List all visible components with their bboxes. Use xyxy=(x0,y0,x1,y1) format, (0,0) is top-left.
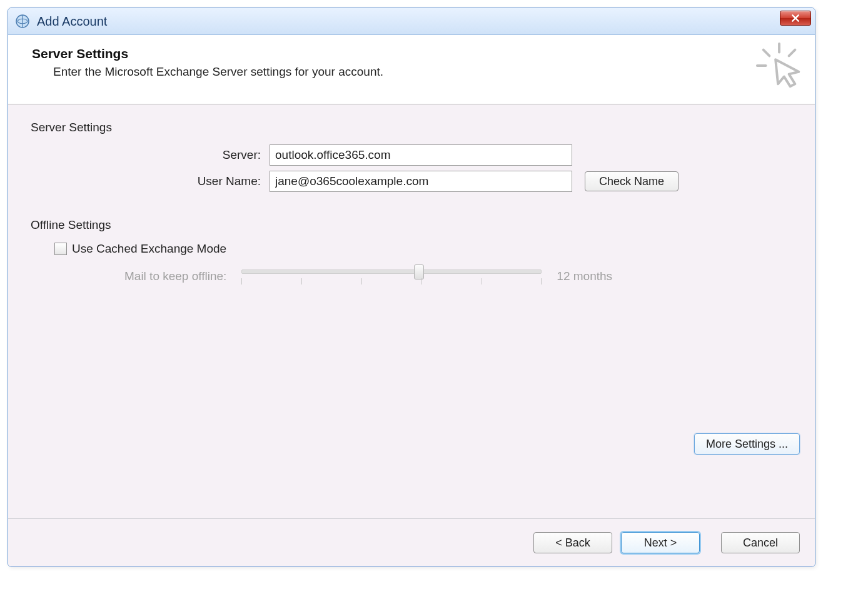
cached-mode-label: Use Cached Exchange Mode xyxy=(72,242,226,256)
offline-settings-group-label: Offline Settings xyxy=(31,218,792,232)
svg-line-4 xyxy=(789,50,795,56)
mail-offline-row: Mail to keep offline: 12 months xyxy=(124,263,792,289)
server-label: Server: xyxy=(31,148,270,162)
page-subheading: Enter the Microsoft Exchange Server sett… xyxy=(53,65,800,79)
cached-mode-checkbox[interactable] xyxy=(54,243,67,255)
add-account-wizard: Add Account Server Settings Enter the Mi… xyxy=(8,8,815,567)
check-name-button[interactable]: Check Name xyxy=(585,171,679,191)
back-button[interactable]: < Back xyxy=(533,532,612,553)
cursor-click-icon xyxy=(755,41,804,90)
wizard-footer: < Back Next > Cancel xyxy=(8,519,815,566)
next-button[interactable]: Next > xyxy=(621,532,700,553)
body-area: Server Settings Server: User Name: Check… xyxy=(8,104,815,519)
offline-settings-block: Offline Settings Use Cached Exchange Mod… xyxy=(31,218,792,289)
cancel-button[interactable]: Cancel xyxy=(721,532,800,553)
header-band: Server Settings Enter the Microsoft Exch… xyxy=(8,35,815,104)
mail-offline-label: Mail to keep offline: xyxy=(124,269,226,283)
more-settings-row: More Settings ... xyxy=(31,433,800,455)
cached-mode-row: Use Cached Exchange Mode xyxy=(54,242,792,256)
mail-offline-slider[interactable] xyxy=(241,263,542,289)
window-title: Add Account xyxy=(37,14,107,29)
server-row: Server: xyxy=(31,144,792,166)
mail-offline-value: 12 months xyxy=(557,269,612,283)
close-button[interactable] xyxy=(780,11,811,26)
username-input[interactable] xyxy=(270,171,572,192)
svg-line-3 xyxy=(764,50,770,56)
close-icon xyxy=(791,14,800,23)
username-row: User Name: Check Name xyxy=(31,171,792,192)
more-settings-button[interactable]: More Settings ... xyxy=(694,433,800,455)
title-bar: Add Account xyxy=(8,8,815,35)
slider-thumb[interactable] xyxy=(414,264,424,279)
server-settings-group-label: Server Settings xyxy=(31,121,792,134)
server-input[interactable] xyxy=(270,144,572,166)
username-label: User Name: xyxy=(31,174,270,188)
page-heading: Server Settings xyxy=(32,46,800,61)
app-icon xyxy=(14,12,31,31)
